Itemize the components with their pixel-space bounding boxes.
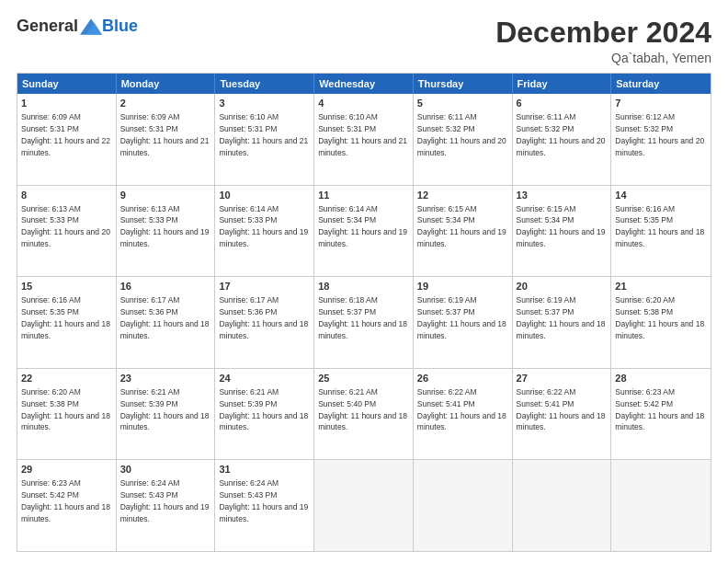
calendar-cell: 6Sunrise: 6:11 AMSunset: 5:32 PMDaylight… [513, 94, 612, 185]
calendar-cell: 26Sunrise: 6:22 AMSunset: 5:41 PMDayligh… [414, 369, 513, 460]
day-number: 7 [615, 97, 707, 110]
calendar-cell: 12Sunrise: 6:15 AMSunset: 5:34 PMDayligh… [414, 186, 513, 277]
day-number: 10 [219, 189, 310, 202]
day-info: Sunrise: 6:13 AMSunset: 5:33 PMDaylight:… [21, 204, 110, 249]
calendar-cell: 5Sunrise: 6:11 AMSunset: 5:32 PMDaylight… [414, 94, 513, 185]
calendar-cell: 23Sunrise: 6:21 AMSunset: 5:39 PMDayligh… [117, 369, 216, 460]
day-number: 20 [517, 280, 608, 293]
day-number: 29 [21, 463, 112, 477]
calendar-week: 29Sunrise: 6:23 AMSunset: 5:42 PMDayligh… [17, 459, 711, 551]
calendar-cell: 16Sunrise: 6:17 AMSunset: 5:36 PMDayligh… [117, 277, 216, 368]
cal-header-day: Tuesday [215, 74, 314, 94]
day-number: 28 [615, 372, 707, 385]
day-info: Sunrise: 6:18 AMSunset: 5:37 PMDaylight:… [318, 295, 407, 340]
day-number: 23 [120, 372, 211, 385]
day-info: Sunrise: 6:11 AMSunset: 5:32 PMDaylight:… [417, 112, 506, 157]
day-info: Sunrise: 6:10 AMSunset: 5:31 PMDaylight:… [219, 112, 308, 157]
day-info: Sunrise: 6:24 AMSunset: 5:43 PMDaylight:… [219, 478, 308, 523]
day-info: Sunrise: 6:15 AMSunset: 5:34 PMDaylight:… [517, 204, 606, 249]
logo-general: General [17, 17, 78, 36]
day-info: Sunrise: 6:12 AMSunset: 5:32 PMDaylight:… [615, 112, 704, 157]
day-number: 26 [417, 372, 508, 385]
day-info: Sunrise: 6:16 AMSunset: 5:35 PMDaylight:… [615, 204, 704, 249]
calendar-cell: 27Sunrise: 6:22 AMSunset: 5:41 PMDayligh… [513, 369, 612, 460]
day-number: 25 [318, 372, 409, 385]
location: Qa`tabah, Yemen [495, 51, 711, 65]
calendar-week: 15Sunrise: 6:16 AMSunset: 5:35 PMDayligh… [17, 276, 711, 368]
calendar-cell: 18Sunrise: 6:18 AMSunset: 5:37 PMDayligh… [314, 277, 414, 368]
day-number: 27 [517, 372, 608, 385]
calendar-cell: 25Sunrise: 6:21 AMSunset: 5:40 PMDayligh… [314, 369, 414, 460]
day-info: Sunrise: 6:21 AMSunset: 5:39 PMDaylight:… [120, 387, 210, 432]
calendar-cell: 21Sunrise: 6:20 AMSunset: 5:38 PMDayligh… [611, 277, 711, 368]
day-info: Sunrise: 6:23 AMSunset: 5:42 PMDaylight:… [21, 478, 110, 523]
day-number: 3 [219, 97, 310, 110]
calendar-cell: 4Sunrise: 6:10 AMSunset: 5:31 PMDaylight… [314, 94, 414, 185]
day-info: Sunrise: 6:11 AMSunset: 5:32 PMDaylight:… [517, 112, 606, 157]
day-number: 17 [219, 280, 310, 293]
day-info: Sunrise: 6:20 AMSunset: 5:38 PMDaylight:… [615, 295, 704, 340]
calendar-cell [414, 460, 513, 551]
day-number: 2 [120, 97, 211, 110]
calendar-cell: 19Sunrise: 6:19 AMSunset: 5:37 PMDayligh… [414, 277, 513, 368]
calendar-cell: 22Sunrise: 6:20 AMSunset: 5:38 PMDayligh… [17, 369, 117, 460]
calendar-cell: 15Sunrise: 6:16 AMSunset: 5:35 PMDayligh… [17, 277, 117, 368]
calendar-cell: 11Sunrise: 6:14 AMSunset: 5:34 PMDayligh… [314, 186, 414, 277]
day-info: Sunrise: 6:14 AMSunset: 5:34 PMDaylight:… [318, 204, 407, 249]
day-info: Sunrise: 6:23 AMSunset: 5:42 PMDaylight:… [615, 387, 704, 432]
day-info: Sunrise: 6:16 AMSunset: 5:35 PMDaylight:… [21, 295, 110, 340]
cal-header-day: Thursday [414, 74, 513, 94]
calendar: SundayMondayTuesdayWednesdayThursdayFrid… [17, 73, 711, 552]
calendar-cell: 17Sunrise: 6:17 AMSunset: 5:36 PMDayligh… [215, 277, 314, 368]
day-info: Sunrise: 6:21 AMSunset: 5:40 PMDaylight:… [318, 387, 407, 432]
logo: General Blue [17, 17, 138, 36]
logo-icon [80, 18, 102, 35]
calendar-cell: 3Sunrise: 6:10 AMSunset: 5:31 PMDaylight… [215, 94, 314, 185]
calendar-week: 22Sunrise: 6:20 AMSunset: 5:38 PMDayligh… [17, 368, 711, 460]
day-number: 24 [219, 372, 310, 385]
day-info: Sunrise: 6:20 AMSunset: 5:38 PMDaylight:… [21, 387, 110, 432]
day-info: Sunrise: 6:22 AMSunset: 5:41 PMDaylight:… [417, 387, 506, 432]
day-info: Sunrise: 6:19 AMSunset: 5:37 PMDaylight:… [517, 295, 606, 340]
calendar-cell: 31Sunrise: 6:24 AMSunset: 5:43 PMDayligh… [215, 460, 314, 551]
day-info: Sunrise: 6:24 AMSunset: 5:43 PMDaylight:… [120, 478, 210, 523]
calendar-cell: 14Sunrise: 6:16 AMSunset: 5:35 PMDayligh… [611, 186, 711, 277]
day-info: Sunrise: 6:22 AMSunset: 5:41 PMDaylight:… [517, 387, 606, 432]
calendar-cell: 10Sunrise: 6:14 AMSunset: 5:33 PMDayligh… [215, 186, 314, 277]
calendar-cell: 13Sunrise: 6:15 AMSunset: 5:34 PMDayligh… [513, 186, 612, 277]
calendar-cell: 29Sunrise: 6:23 AMSunset: 5:42 PMDayligh… [17, 460, 117, 551]
day-info: Sunrise: 6:15 AMSunset: 5:34 PMDaylight:… [417, 204, 506, 249]
cal-header-day: Sunday [17, 74, 117, 94]
day-number: 15 [21, 280, 112, 293]
header: General Blue December 2024 Qa`tabah, Yem… [17, 17, 711, 65]
day-number: 18 [318, 280, 409, 293]
logo-blue: Blue [102, 17, 138, 36]
calendar-cell: 28Sunrise: 6:23 AMSunset: 5:42 PMDayligh… [611, 369, 711, 460]
day-number: 21 [615, 280, 707, 293]
cal-header-day: Wednesday [314, 74, 414, 94]
calendar-cell: 8Sunrise: 6:13 AMSunset: 5:33 PMDaylight… [17, 186, 117, 277]
day-info: Sunrise: 6:17 AMSunset: 5:36 PMDaylight:… [120, 295, 210, 340]
cal-header-day: Friday [513, 74, 612, 94]
day-info: Sunrise: 6:13 AMSunset: 5:33 PMDaylight:… [120, 204, 210, 249]
calendar-header: SundayMondayTuesdayWednesdayThursdayFrid… [17, 74, 711, 94]
day-number: 30 [120, 463, 211, 477]
calendar-cell: 1Sunrise: 6:09 AMSunset: 5:31 PMDaylight… [17, 94, 117, 185]
day-number: 9 [120, 189, 211, 202]
calendar-cell [513, 460, 612, 551]
cal-header-day: Saturday [611, 74, 711, 94]
day-info: Sunrise: 6:19 AMSunset: 5:37 PMDaylight:… [417, 295, 506, 340]
cal-header-day: Monday [117, 74, 216, 94]
day-number: 6 [517, 97, 608, 110]
day-number: 16 [120, 280, 211, 293]
calendar-body: 1Sunrise: 6:09 AMSunset: 5:31 PMDaylight… [17, 94, 711, 551]
calendar-cell: 30Sunrise: 6:24 AMSunset: 5:43 PMDayligh… [117, 460, 216, 551]
day-number: 14 [615, 189, 707, 202]
calendar-cell: 20Sunrise: 6:19 AMSunset: 5:37 PMDayligh… [513, 277, 612, 368]
calendar-cell: 7Sunrise: 6:12 AMSunset: 5:32 PMDaylight… [611, 94, 711, 185]
day-info: Sunrise: 6:17 AMSunset: 5:36 PMDaylight:… [219, 295, 308, 340]
day-info: Sunrise: 6:10 AMSunset: 5:31 PMDaylight:… [318, 112, 407, 157]
day-info: Sunrise: 6:09 AMSunset: 5:31 PMDaylight:… [21, 112, 110, 157]
calendar-week: 8Sunrise: 6:13 AMSunset: 5:33 PMDaylight… [17, 185, 711, 277]
calendar-cell [611, 460, 711, 551]
